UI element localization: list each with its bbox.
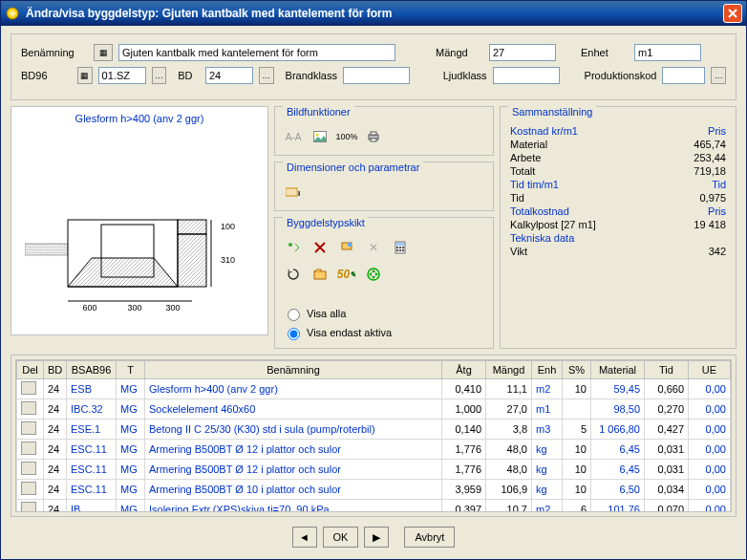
picture-icon[interactable] — [309, 126, 331, 147]
col-bsab[interactable]: BSAB96 — [67, 361, 117, 379]
prodkod-ellipsis[interactable]: … — [711, 67, 726, 84]
cell-bd: 24 — [44, 440, 67, 460]
row-del-icon[interactable] — [21, 442, 36, 455]
visa-endast-radio[interactable] — [288, 328, 300, 340]
col-t[interactable]: T — [117, 361, 145, 379]
cell-enh: kg — [532, 440, 563, 460]
section-aa-button[interactable]: A-A — [283, 126, 304, 147]
col-atg[interactable]: Åtg — [442, 361, 486, 379]
enhet-input[interactable] — [634, 44, 701, 61]
bd96-label: BD96 — [21, 70, 72, 81]
table-row[interactable]: 24IBC.32MGSockelelement 460x601,00027,0m… — [17, 399, 731, 420]
benamning-input[interactable] — [118, 44, 395, 61]
row-del-icon[interactable] — [21, 421, 36, 435]
row-del-cell[interactable] — [17, 500, 44, 513]
summary-value[interactable]: Pris — [708, 205, 726, 217]
window-title: Ändra/visa byggdelstyp: Gjuten kantbalk … — [26, 7, 723, 20]
grid-scroll[interactable]: Del BD BSAB96 T Benämning Åtg Mängd Enh … — [15, 359, 732, 512]
cell-t: MG — [117, 399, 145, 420]
print-icon[interactable] — [363, 126, 384, 147]
svg-rect-21 — [371, 132, 376, 135]
benamning-picker[interactable]: ▦ — [94, 44, 113, 61]
row-del-icon[interactable] — [21, 401, 36, 415]
layer-flag-icon[interactable] — [336, 237, 357, 258]
cell-ue: 0,00 — [689, 500, 731, 513]
table-row[interactable]: 24ESC.11MGArmering B500BT Ø 12 i plattor… — [17, 440, 731, 460]
cell-mangd: 48,0 — [486, 460, 532, 480]
col-material[interactable]: Material — [591, 361, 645, 379]
row-del-icon[interactable] — [21, 381, 36, 395]
summary-key[interactable]: Totalkostnad — [510, 205, 569, 217]
table-row[interactable]: 24ESE.1MGBetong II C 25/30 (K30) std i s… — [17, 420, 731, 440]
cell-ue: 0,00 — [689, 399, 731, 420]
row-del-cell[interactable] — [17, 440, 44, 460]
table-row[interactable]: 24ESBMGGlesform h>400 (anv 2 ggr)0,41011… — [17, 379, 731, 399]
cell-spct: 10 — [563, 480, 591, 500]
cell-atg: 1,000 — [442, 399, 486, 420]
row-del-cell[interactable] — [17, 460, 44, 480]
summary-value[interactable]: Pris — [708, 125, 726, 137]
summary-row: Tid tim/m1Tid — [510, 178, 726, 191]
visa-alla-radio[interactable] — [288, 309, 300, 321]
table-row[interactable]: 24IBMGIsolering Extr.(XPS)skiva tj=70, 9… — [17, 500, 731, 513]
bd96-input[interactable] — [98, 67, 146, 84]
row-del-cell[interactable] — [17, 480, 44, 500]
cell-enh: m2 — [532, 500, 563, 513]
cell-atg: 0,397 — [442, 500, 486, 513]
bd-ellipsis[interactable]: … — [259, 67, 274, 84]
delete-layer-icon[interactable] — [309, 237, 331, 258]
brandklass-input[interactable] — [343, 67, 410, 84]
prev-button[interactable]: ◄ — [292, 527, 317, 548]
col-tid[interactable]: Tid — [645, 361, 689, 379]
col-benamning[interactable]: Benämning — [145, 361, 442, 379]
col-mangd[interactable]: Mängd — [486, 361, 532, 379]
next-button[interactable]: ▶ — [364, 527, 389, 548]
refresh-icon[interactable] — [283, 264, 304, 285]
add-layer-icon[interactable] — [283, 237, 304, 258]
cell-benamning: Isolering Extr.(XPS)skiva tj=70, 90 kPa — [145, 500, 442, 513]
summary-value: 719,18 — [694, 165, 726, 177]
row-del-cell[interactable] — [17, 379, 44, 399]
bd-input[interactable] — [205, 67, 253, 84]
col-enh[interactable]: Enh — [532, 361, 563, 379]
cell-bsab: ESB — [67, 379, 117, 399]
row-del-cell[interactable] — [17, 420, 44, 440]
table-row[interactable]: 24ESC.11MGArmering B500BT Ø 10 i plattor… — [17, 480, 731, 500]
ok-button[interactable]: OK — [323, 527, 359, 548]
zoom-100-button[interactable]: 100% — [336, 126, 357, 147]
summary-value[interactable]: Tid — [712, 179, 726, 190]
row-del-icon[interactable] — [21, 502, 36, 512]
summary-key[interactable]: Tid tim/m1 — [510, 179, 559, 190]
col-spct[interactable]: S% — [563, 361, 591, 379]
summary-key[interactable]: Kostnad kr/m1 — [510, 125, 578, 137]
col-del[interactable]: Del — [17, 361, 44, 379]
prodkod-input[interactable] — [662, 67, 705, 84]
mangd-input[interactable] — [489, 44, 556, 61]
dimensions-tool-icon[interactable]: I — [283, 182, 304, 203]
row-del-icon[interactable] — [21, 482, 36, 495]
bd96-ellipsis[interactable]: … — [152, 67, 167, 84]
close-button[interactable] — [723, 4, 742, 23]
svg-rect-29 — [396, 243, 404, 246]
row-del-icon[interactable] — [21, 462, 36, 475]
summary-key[interactable]: Tekniska data — [510, 232, 574, 244]
recycle-icon[interactable] — [363, 264, 384, 285]
col-ue[interactable]: UE — [689, 361, 731, 379]
cell-material: 1 066,80 — [591, 420, 645, 440]
layer-open-icon[interactable] — [309, 264, 331, 285]
col-bd[interactable]: BD — [44, 361, 67, 379]
bd96-picker[interactable]: ▦ — [77, 67, 93, 84]
ljudklass-input[interactable] — [493, 67, 560, 84]
benamning-label: Benämning — [21, 47, 88, 58]
cell-bd: 24 — [44, 399, 67, 420]
cell-ue: 0,00 — [689, 440, 731, 460]
svg-text:600: 600 — [82, 303, 96, 312]
cell-material: 6,50 — [591, 480, 645, 500]
table-row[interactable]: 24ESC.11MGArmering B500BT Ø 12 i plattor… — [17, 460, 731, 480]
calculator-icon[interactable] — [390, 237, 411, 258]
summary-row: Tid0,975 — [510, 191, 726, 205]
layer-fifty-icon[interactable]: 50✎ — [336, 264, 357, 285]
cell-bsab: ESC.11 — [67, 480, 117, 500]
cancel-button[interactable]: Avbryt — [404, 527, 455, 548]
row-del-cell[interactable] — [17, 399, 44, 420]
